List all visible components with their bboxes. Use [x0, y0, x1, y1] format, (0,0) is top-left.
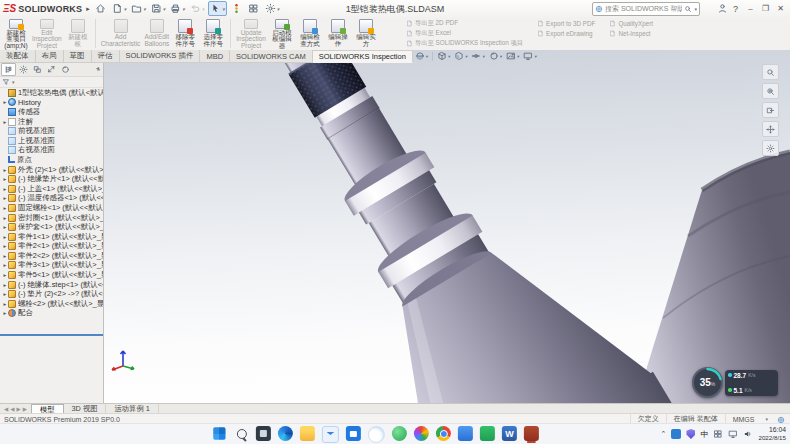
new-file-button[interactable]: ▾	[111, 2, 128, 15]
task-view-icon[interactable]	[256, 426, 271, 441]
new-inspection-project-button[interactable]: 新建检 查项目 (amp;N)	[2, 17, 30, 50]
tree-item[interactable]: ▸ (-) 上盖<1> (默认<<默认>_显示状	[0, 184, 103, 194]
save-button[interactable]: ▾	[150, 2, 167, 15]
featuremanager-tab[interactable]	[1, 63, 16, 76]
edit-appearance-icon[interactable]: ▾	[489, 51, 502, 61]
select-button[interactable]: ▾	[208, 1, 227, 16]
word-icon[interactable]: W	[502, 426, 517, 441]
taskbar-search-icon[interactable]	[234, 426, 249, 441]
tray-chevron-icon[interactable]: ⌃	[661, 430, 667, 438]
edit-vendor-button[interactable]: 编辑实 方	[352, 17, 380, 50]
tree-item[interactable]: ▸ 螺栓<2> (默认<<默认>_显示状态	[0, 299, 103, 309]
units-caret-icon[interactable]: ▾	[761, 416, 772, 422]
restore-button[interactable]: ❐	[758, 4, 773, 13]
tray-shield-icon[interactable]	[686, 429, 695, 439]
tree-item[interactable]: ▸ (-) 绝缘垫片<1> (默认<<默认>_显	[0, 174, 103, 184]
close-button[interactable]: ✕	[773, 4, 788, 13]
select-balloons-button[interactable]: 选择零 件序号	[199, 17, 227, 50]
tree-item[interactable]: ▸ 保护套<1> (默认<<默认>_显示状	[0, 222, 103, 232]
tree-item[interactable]: 原点	[0, 155, 103, 165]
usage-ball[interactable]: 35 %	[692, 367, 723, 398]
tab-scroll-arrow-icon[interactable]: ◀	[10, 406, 14, 412]
net-inspect-button[interactable]: Net-Inspect	[609, 29, 653, 38]
update-inspection-project-button[interactable]: Update Inspection Project	[234, 17, 268, 50]
view-settings-icon[interactable]: ▾	[523, 51, 536, 61]
tree-item[interactable]: ▸ 零件3<1> (默认<<默认>_显示状态	[0, 261, 103, 271]
tree-item[interactable]: ▸ 固定螺栓<1> (默认<<默认>_显示	[0, 203, 103, 213]
edit-operations-button[interactable]: 编辑操 作	[324, 17, 352, 50]
dropdown-caret-icon[interactable]: ▾	[426, 54, 428, 59]
edge-icon[interactable]	[278, 426, 293, 441]
dropdown-caret-icon[interactable]: ▾	[500, 54, 502, 59]
dropdown-caret-icon[interactable]: ▾	[465, 54, 467, 59]
print-button[interactable]: ▾	[169, 2, 186, 15]
mail-icon[interactable]	[322, 426, 339, 443]
browser-360-icon[interactable]	[392, 426, 407, 441]
search-caret-icon[interactable]: ▾	[694, 6, 697, 12]
touch-keyboard-icon[interactable]	[713, 429, 723, 439]
tree-item[interactable]: 前视基准面	[0, 126, 103, 136]
tree-item[interactable]: ▸ 外壳 (2)<1> (默认<<默认>_显示状	[0, 165, 103, 175]
minimize-button[interactable]: ‒	[743, 4, 758, 13]
export-edrawing-button[interactable]: Export eDrawing	[537, 29, 595, 38]
dropdown-caret-icon[interactable]: ▾	[222, 6, 225, 12]
remove-balloons-button[interactable]: 移除零 件序号	[171, 17, 199, 50]
tab-sw-inspection[interactable]: SOLIDWORKS Inspection	[313, 50, 413, 63]
help-button[interactable]: ?	[730, 4, 741, 14]
tree-split-bar[interactable]	[0, 334, 103, 336]
dimxpertmanager-tab[interactable]	[45, 64, 58, 75]
view-settings-tool-icon[interactable]	[762, 140, 779, 156]
tree-item[interactable]: 1型铠装热电偶 (默认<默认>_显示状态-1	[0, 88, 103, 98]
menu-flyout-arrow[interactable]: ▸	[86, 5, 90, 13]
pan-tool-icon[interactable]	[762, 121, 779, 137]
export-2d-pdf-button[interactable]: 导出至 2D PDF	[406, 19, 523, 28]
tree-filter[interactable]: ▾	[0, 77, 103, 88]
file-explorer-icon[interactable]	[300, 426, 315, 441]
taskbar-clock[interactable]: 16:04 2022/8/15	[758, 426, 786, 442]
store-icon[interactable]	[346, 426, 361, 441]
hide-show-items-icon[interactable]: ▾	[471, 51, 484, 61]
edit-inspection-project-button[interactable]: Edit Inspection Project	[30, 17, 64, 50]
reader-app-icon[interactable]	[458, 426, 473, 441]
tree-item[interactable]: ▸ (-) 垫片 (2)<2> ->? (默认<<默认>	[0, 289, 103, 299]
dropdown-caret-icon[interactable]: ▾	[534, 54, 536, 59]
graphics-viewport[interactable]: ▾ ▾ ▾ ▾	[103, 50, 790, 404]
search-icon[interactable]	[684, 5, 692, 13]
network-speed-pill[interactable]: 28.7 K/s 5.1 K/s	[725, 370, 778, 396]
user-account-icon[interactable]	[717, 0, 728, 18]
tab-sketch[interactable]: 草图	[64, 50, 92, 63]
tab-layout[interactable]: 布局	[36, 50, 64, 63]
tree-item[interactable]: ▸ (-) 绝缘体.step<1> (默认<<默认>	[0, 280, 103, 290]
wps-app-icon[interactable]	[480, 426, 495, 441]
open-file-button[interactable]: ▾	[130, 2, 147, 15]
tree-item[interactable]: ▸ History	[0, 98, 103, 108]
export-3d-pdf-button[interactable]: Export to 3D PDF	[537, 19, 595, 28]
panel-collapse-arrow[interactable]: ◂	[96, 64, 99, 71]
view-orientation-icon[interactable]: ▾	[437, 51, 450, 61]
add-edit-balloons-button[interactable]: Add/Edit Balloons	[142, 17, 171, 50]
tree-item[interactable]: ▸ (-) 温度传感器<1> (默认<<默认>_	[0, 194, 103, 204]
tree-item[interactable]: ▸ 注解	[0, 117, 103, 127]
start-button[interactable]	[213, 427, 225, 439]
new-template-button[interactable]: 新建模 板	[64, 17, 92, 50]
configurationmanager-tab[interactable]	[31, 64, 44, 75]
template-editor-button[interactable]: 启动模 板编辑 器	[268, 17, 296, 50]
display-style-icon[interactable]: ▾	[454, 51, 467, 61]
tree-item[interactable]: ▸ 零件2<2> (默认<<默认>_显示状态	[0, 251, 103, 261]
dropdown-caret-icon[interactable]: ▾	[182, 6, 185, 12]
zoom-in-tool-icon[interactable]	[762, 64, 779, 80]
tab-scroll-arrow-icon[interactable]: ◀	[4, 406, 8, 412]
display-tray-icon[interactable]	[728, 429, 738, 439]
speed-monitor-overlay[interactable]: 35 % 28.7 K/s 5.1 K/s	[692, 367, 778, 398]
tree-item[interactable]: ▸ 零件1<1> (默认<<默认>_显示状态	[0, 232, 103, 242]
add-characteristic-button[interactable]: Add Characteristic	[99, 17, 143, 50]
export-sw-inspection-button[interactable]: 导出至 SOLIDWORKS Inspection 项目	[406, 39, 523, 48]
tree-item[interactable]: 右视基准面	[0, 146, 103, 156]
search-placeholder[interactable]: 搜索 SOLIDWORKS 帮助	[605, 4, 682, 14]
qualityxpert-button[interactable]: QualityXpert	[609, 19, 653, 28]
displaymanager-tab[interactable]	[59, 64, 72, 75]
edit-methods-button[interactable]: 编辑检 查方式	[296, 17, 324, 50]
filter-caret-icon[interactable]: ▾	[12, 79, 15, 85]
previous-view-tool-icon[interactable]	[762, 102, 779, 118]
browser-wheel-icon[interactable]	[414, 426, 429, 441]
